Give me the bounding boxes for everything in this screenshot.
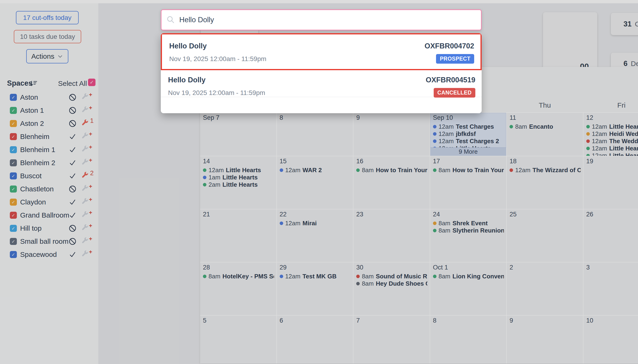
search-query-text: Hello Dolly [179,16,214,24]
search-icon [166,16,175,24]
search-result-oxfbr004519[interactable]: Hello DollyOXFBR004519Nov 19, 2025 12:00… [161,70,482,97]
result-booking-code: OXFBR004519 [426,76,475,84]
search-results-panel: Hello DollyOXFBR004702Nov 19, 2025 12:00… [161,33,482,113]
result-status-badge: CANCELLED [434,88,475,98]
search-input[interactable]: Hello Dolly [161,9,482,30]
result-booking-code: OXFBR004702 [425,42,474,50]
results-footer-spacer [161,97,482,113]
result-date-range: Nov 19, 2025 12:00am - 11:59pm [168,89,265,96]
search-result-oxfbr004702[interactable]: Hello DollyOXFBR004702Nov 19, 2025 12:00… [161,33,482,70]
result-date-range: Nov 19, 2025 12:00am - 11:59pm [169,55,266,63]
result-title: Hello Dolly [169,42,207,50]
search-modal: Hello Dolly Hello DollyOXFBR004702Nov 19… [161,9,482,113]
result-status-badge: PROSPECT [436,54,474,64]
result-title: Hello Dolly [168,76,206,84]
app-root: 17 cut-offs today 10 tasks due today Act… [0,0,638,364]
